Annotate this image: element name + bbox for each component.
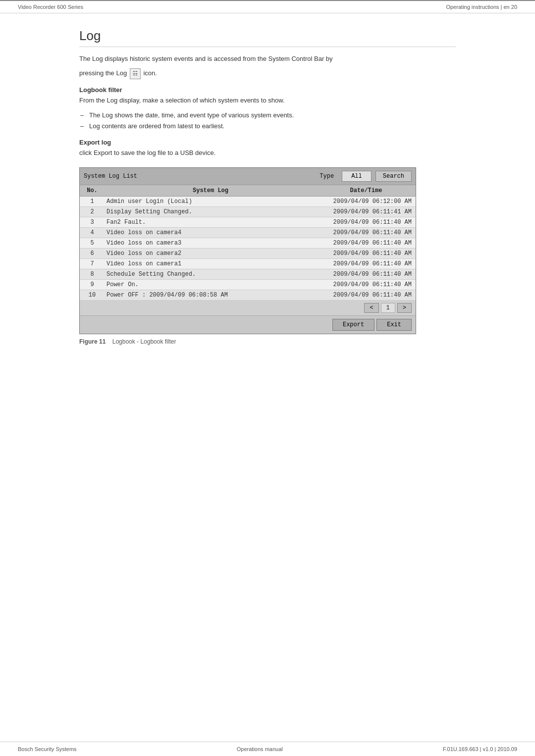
table-row: 4Video loss on camera42009/04/09 06:11:4… <box>80 228 416 238</box>
search-button[interactable]: Search <box>375 171 412 182</box>
table-row: 6Video loss on camera22009/04/09 06:11:4… <box>80 249 416 259</box>
intro-text: The Log displays historic system events … <box>79 55 333 62</box>
figure-number: Figure 11 <box>79 338 106 345</box>
cell-datetime: 2009/04/09 06:11:40 AM <box>317 250 416 257</box>
cell-syslog: Fan2 Fault. <box>105 219 317 226</box>
log-icon: ☷ <box>130 68 141 79</box>
cell-syslog: Video loss on camera3 <box>105 240 317 247</box>
export-log-heading: Export log <box>79 139 456 146</box>
footer-left: Bosch Security Systems <box>18 746 77 752</box>
table-row: 1Admin user Login (Local)2009/04/09 06:1… <box>80 197 416 207</box>
icon-line: pressing the Log ☷ icon. <box>79 68 456 79</box>
table-row: 7Video loss on camera12009/04/09 06:11:4… <box>80 259 416 269</box>
log-table-header: System Log List Type All Search <box>80 168 416 185</box>
cell-datetime: 2009/04/09 06:11:40 AM <box>317 260 416 267</box>
log-col-headers: No. System Log Date/Time <box>80 185 416 197</box>
log-actions: Export Exit <box>80 315 416 334</box>
page-header: Video Recorder 600 Series Operating inst… <box>0 0 535 13</box>
cell-syslog: Power OFF : 2009/04/09 06:08:58 AM <box>105 292 317 299</box>
cell-datetime: 2009/04/09 06:11:40 AM <box>317 271 416 278</box>
table-row: 3Fan2 Fault.2009/04/09 06:11:40 AM <box>80 217 416 228</box>
page-number: 1 <box>381 303 395 313</box>
header-left: Video Recorder 600 Series <box>18 4 83 10</box>
cell-no: 2 <box>80 208 105 215</box>
log-table: System Log List Type All Search No. Syst… <box>79 167 416 334</box>
next-page-button[interactable]: > <box>397 303 412 313</box>
cell-datetime: 2009/04/09 06:11:40 AM <box>317 292 416 299</box>
cell-syslog: Schedule Setting Changed. <box>105 271 317 278</box>
cell-no: 3 <box>80 219 105 226</box>
bullet-item-2: Log contents are ordered from latest to … <box>89 121 456 132</box>
log-table-title: System Log List <box>84 173 316 180</box>
cell-datetime: 2009/04/09 06:11:40 AM <box>317 240 416 247</box>
table-row: 5Video loss on camera32009/04/09 06:11:4… <box>80 238 416 249</box>
col-header-no: No. <box>80 187 105 194</box>
cell-datetime: 2009/04/09 06:11:40 AM <box>317 281 416 288</box>
cell-syslog: Display Setting Changed. <box>105 208 317 215</box>
intro-paragraph: The Log displays historic system events … <box>79 54 456 64</box>
bullet-item-1: The Log shows the date, time, and event … <box>89 110 456 121</box>
table-row: 2Display Setting Changed.2009/04/09 06:1… <box>80 207 416 217</box>
icon-line-suffix: icon. <box>143 69 157 77</box>
cell-syslog: Video loss on camera4 <box>105 229 317 236</box>
footer-center: Operations manual <box>237 746 283 752</box>
log-pagination: < 1 > <box>80 301 416 315</box>
col-header-syslog: System Log <box>105 187 317 194</box>
cell-syslog: Video loss on camera2 <box>105 250 317 257</box>
main-content: Log The Log displays historic system eve… <box>0 13 535 375</box>
cell-no: 8 <box>80 271 105 278</box>
cell-no: 7 <box>80 260 105 267</box>
page-footer: Bosch Security Systems Operations manual… <box>0 742 535 756</box>
cell-datetime: 2009/04/09 06:11:40 AM <box>317 219 416 226</box>
cell-syslog: Admin user Login (Local) <box>105 198 317 205</box>
exit-button[interactable]: Exit <box>376 319 412 331</box>
table-row: 8Schedule Setting Changed.2009/04/09 06:… <box>80 269 416 280</box>
type-label: Type <box>320 173 334 180</box>
cell-syslog: Power On. <box>105 281 317 288</box>
section-title: Log <box>79 28 456 47</box>
cell-no: 1 <box>80 198 105 205</box>
header-right: Operating instructions | en 20 <box>446 4 518 10</box>
table-row: 9Power On.2009/04/09 06:11:40 AM <box>80 280 416 290</box>
cell-datetime: 2009/04/09 06:12:00 AM <box>317 198 416 205</box>
cell-datetime: 2009/04/09 06:11:40 AM <box>317 229 416 236</box>
cell-datetime: 2009/04/09 06:11:41 AM <box>317 208 416 215</box>
all-button[interactable]: All <box>342 171 372 182</box>
prev-page-button[interactable]: < <box>364 303 378 313</box>
log-table-body: 1Admin user Login (Local)2009/04/09 06:1… <box>80 197 416 301</box>
cell-no: 5 <box>80 240 105 247</box>
cell-no: 9 <box>80 281 105 288</box>
col-header-datetime: Date/Time <box>317 187 416 194</box>
footer-right: F.01U.169.663 | v1.0 | 2010.09 <box>443 746 517 752</box>
export-button[interactable]: Export <box>332 319 374 331</box>
icon-line-prefix: pressing the Log <box>79 69 127 77</box>
cell-no: 4 <box>80 229 105 236</box>
logbook-filter-heading: Logbook filter <box>79 86 456 94</box>
cell-syslog: Video loss on camera1 <box>105 260 317 267</box>
logbook-filter-text: From the Log display, make a selection o… <box>79 96 456 106</box>
export-log-text: click Export to save the log file to a U… <box>79 148 456 158</box>
figure-caption-text: Logbook - Logbook filter <box>112 338 176 345</box>
table-row: 10Power OFF : 2009/04/09 06:08:58 AM2009… <box>80 290 416 301</box>
cell-no: 6 <box>80 250 105 257</box>
cell-no: 10 <box>80 292 105 299</box>
figure-caption: Figure 11 Logbook - Logbook filter <box>79 338 456 345</box>
bullet-list: The Log shows the date, time, and event … <box>79 110 456 132</box>
